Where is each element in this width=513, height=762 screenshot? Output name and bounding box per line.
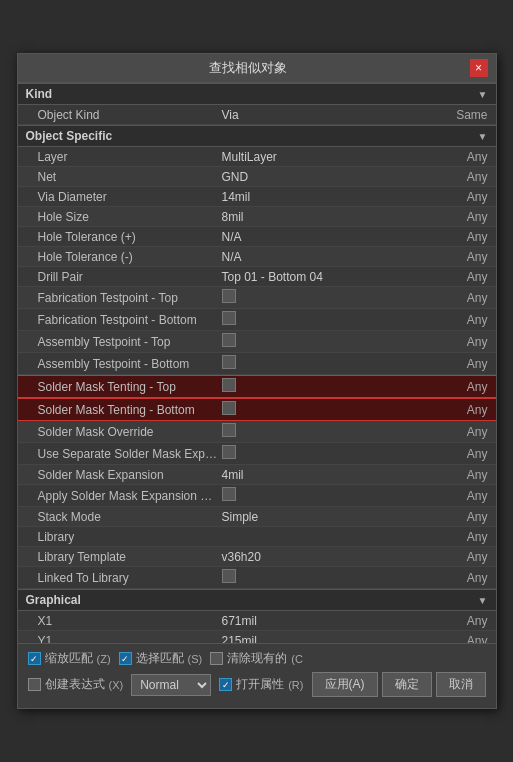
- section-header-object_specific[interactable]: Object Specific▼: [18, 125, 496, 147]
- apply-button[interactable]: 应用(A): [312, 672, 378, 697]
- prop-name: Layer: [18, 150, 218, 164]
- checkbox-icon: [222, 333, 236, 347]
- select-match-checkbox[interactable]: ✓ 选择匹配 (S): [119, 650, 203, 667]
- table-row: Hole Tolerance (-) N/A Any: [18, 247, 496, 267]
- prop-value: Simple: [222, 510, 259, 524]
- select-match-label: 选择匹配: [136, 650, 184, 667]
- table-row: X1 671mil Any: [18, 611, 496, 631]
- checkbox-icon: [222, 401, 236, 415]
- prop-any: Any: [436, 403, 496, 417]
- prop-value: 14mil: [222, 190, 251, 204]
- prop-value-cell: [218, 401, 436, 418]
- prop-name: Library Template: [18, 550, 218, 564]
- section-label-kind: Kind: [26, 87, 53, 101]
- prop-value-cell: GND: [218, 170, 436, 184]
- prop-any: Any: [436, 170, 496, 184]
- prop-name: Via Diameter: [18, 190, 218, 204]
- prop-value: 215mil: [222, 634, 257, 644]
- checkbox-icon: [222, 423, 236, 437]
- title-bar: 查找相似对象 ×: [18, 54, 496, 83]
- prop-value-cell: Via: [218, 108, 436, 122]
- table-row: Stack Mode Simple Any: [18, 507, 496, 527]
- prop-value: MultiLayer: [222, 150, 277, 164]
- table-row: Assembly Testpoint - Bottom Any: [18, 353, 496, 375]
- prop-value-cell: N/A: [218, 230, 436, 244]
- open-properties-checkbox[interactable]: ✓ 打开属性 (R): [219, 676, 303, 693]
- prop-any: Any: [436, 210, 496, 224]
- prop-value: v36h20: [222, 550, 261, 564]
- prop-value-cell: v36h20: [218, 550, 436, 564]
- prop-any: Any: [436, 634, 496, 644]
- prop-value: Top 01 - Bottom 04: [222, 270, 323, 284]
- table-row: Use Separate Solder Mask Expansion Any: [18, 443, 496, 465]
- section-header-graphical[interactable]: Graphical▼: [18, 589, 496, 611]
- prop-any: Any: [436, 614, 496, 628]
- prop-any: Any: [436, 230, 496, 244]
- checkbox-icon: [222, 311, 236, 325]
- prop-value-cell: MultiLayer: [218, 150, 436, 164]
- table-row: Solder Mask Tenting - Top Any: [18, 375, 496, 398]
- prop-value: 671mil: [222, 614, 257, 628]
- prop-value-cell: N/A: [218, 250, 436, 264]
- prop-value: N/A: [222, 250, 242, 264]
- table-row: Fabrication Testpoint - Top Any: [18, 287, 496, 309]
- table-row: Y1 215mil Any: [18, 631, 496, 643]
- prop-value: GND: [222, 170, 249, 184]
- prop-value-cell: [218, 445, 436, 462]
- zoom-match-checkbox[interactable]: ✓ 缩放匹配 (Z): [28, 650, 111, 667]
- prop-value: Via: [222, 108, 239, 122]
- prop-name: Hole Tolerance (-): [18, 250, 218, 264]
- property-scroll-area: Kind▼ Object Kind Via Same Object Specif…: [18, 83, 496, 643]
- prop-name: X1: [18, 614, 218, 628]
- section-arrow-graphical: ▼: [478, 595, 488, 606]
- prop-any: Any: [436, 291, 496, 305]
- prop-value-cell: Simple: [218, 510, 436, 524]
- prop-name: Hole Tolerance (+): [18, 230, 218, 244]
- open-properties-shortcut: (R): [288, 679, 303, 691]
- prop-name: Solder Mask Tenting - Bottom: [18, 403, 218, 417]
- prop-any: Any: [436, 270, 496, 284]
- table-row: Fabrication Testpoint - Bottom Any: [18, 309, 496, 331]
- prop-any: Any: [436, 150, 496, 164]
- close-button[interactable]: ×: [470, 59, 488, 77]
- prop-name: Linked To Library: [18, 571, 218, 585]
- section-label-object_specific: Object Specific: [26, 129, 113, 143]
- prop-name: Y1: [18, 634, 218, 644]
- prop-any: Any: [436, 357, 496, 371]
- prop-name: Solder Mask Tenting - Top: [18, 380, 218, 394]
- prop-any: Any: [436, 571, 496, 585]
- prop-any: Any: [436, 550, 496, 564]
- prop-value-cell: 14mil: [218, 190, 436, 204]
- cancel-button[interactable]: 取消: [436, 672, 486, 697]
- section-header-kind[interactable]: Kind▼: [18, 83, 496, 105]
- prop-name: Net: [18, 170, 218, 184]
- prop-name: Object Kind: [18, 108, 218, 122]
- prop-any: Same: [436, 108, 496, 122]
- mode-dropdown[interactable]: Normal Mask Dim: [131, 674, 211, 696]
- prop-value-cell: [218, 289, 436, 306]
- select-match-shortcut: (S): [188, 653, 203, 665]
- bottom-row-2: 创建表达式 (X) Normal Mask Dim ✓ 打开属性 (R) 应用(…: [28, 672, 486, 697]
- prop-any: Any: [436, 468, 496, 482]
- table-row: Object Kind Via Same: [18, 105, 496, 125]
- select-match-check-icon: ✓: [119, 652, 132, 665]
- table-row: Net GND Any: [18, 167, 496, 187]
- prop-value-cell: [218, 423, 436, 440]
- prop-name: Apply Solder Mask Expansion From Th: [18, 489, 218, 503]
- prop-any: Any: [436, 380, 496, 394]
- ok-button[interactable]: 确定: [382, 672, 432, 697]
- prop-any: Any: [436, 250, 496, 264]
- create-expression-checkbox[interactable]: 创建表达式 (X): [28, 676, 124, 693]
- table-row: Library Template v36h20 Any: [18, 547, 496, 567]
- bottom-bar: ✓ 缩放匹配 (Z) ✓ 选择匹配 (S) 清除现有的 (C 创建表达式 (X): [18, 643, 496, 708]
- prop-value-cell: 4mil: [218, 468, 436, 482]
- prop-any: Any: [436, 447, 496, 461]
- clear-existing-checkbox[interactable]: 清除现有的 (C: [210, 650, 303, 667]
- table-row: Assembly Testpoint - Top Any: [18, 331, 496, 353]
- checkbox-icon: [222, 487, 236, 501]
- checkbox-icon: [222, 355, 236, 369]
- section-label-graphical: Graphical: [26, 593, 81, 607]
- prop-value-cell: [218, 333, 436, 350]
- prop-value-cell: [218, 487, 436, 504]
- prop-value-cell: [218, 311, 436, 328]
